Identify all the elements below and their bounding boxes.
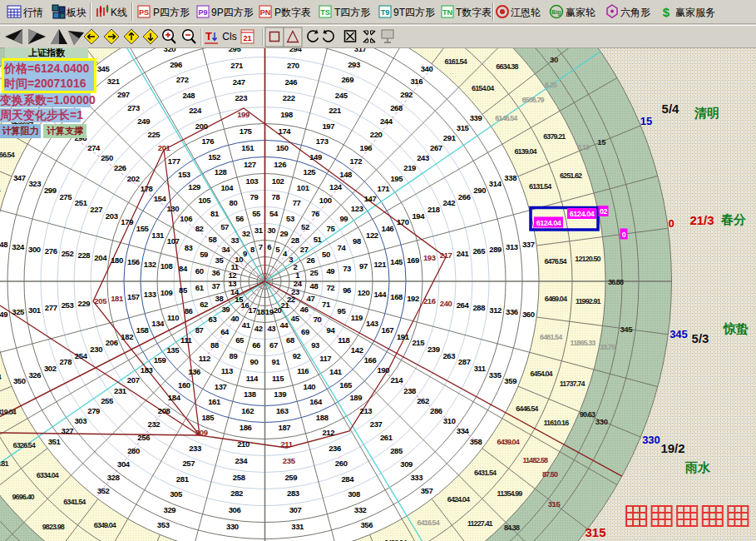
svg-text:161: 161 [208,397,221,406]
svg-text:251: 251 [75,198,88,207]
svg-text:167: 167 [382,325,394,335]
svg-text:359: 359 [504,376,516,385]
svg-text:170: 170 [397,217,409,226]
svg-text:25: 25 [310,268,319,277]
svg-text:6266.54: 6266.54 [0,151,15,159]
svg-text:139: 139 [274,390,286,399]
svg-text:162: 162 [241,406,254,415]
svg-text:11227.41: 11227.41 [467,519,493,528]
svg-text:128: 128 [215,167,227,176]
svg-text:204: 204 [94,253,107,262]
svg-text:60: 60 [195,266,204,275]
svg-text:9696.40: 9696.40 [12,493,34,501]
svg-text:275: 275 [59,192,72,201]
svg-text:157: 157 [127,292,140,301]
svg-text:227: 227 [90,205,102,214]
svg-text:136: 136 [188,367,200,376]
svg-text:129: 129 [188,182,200,191]
svg-text:259: 259 [284,473,297,482]
svg-text:345: 345 [97,64,111,73]
svg-text:229: 229 [78,299,91,308]
svg-text:6424.04: 6424.04 [447,495,470,504]
svg-text:200: 200 [195,122,208,131]
svg-text:26: 26 [307,256,315,265]
svg-text:6431.54: 6431.54 [474,469,497,477]
svg-text:116: 116 [297,366,309,375]
svg-text:247: 247 [233,77,245,87]
svg-text:311: 311 [474,364,487,373]
svg-text:260: 260 [335,459,348,468]
svg-text:63: 63 [209,315,217,324]
svg-text:261: 261 [380,433,393,442]
svg-text:265: 265 [472,246,486,256]
svg-text:PN: PN [260,8,271,17]
svg-text:241: 241 [457,249,470,258]
svg-text:202: 202 [127,174,140,183]
svg-text:243: 243 [417,153,429,162]
svg-text:149: 149 [309,152,322,161]
svg-text:290: 290 [473,186,486,195]
svg-text:176: 176 [201,136,214,146]
svg-text:277: 277 [45,303,57,312]
svg-text:87.50: 87.50 [542,470,558,479]
svg-text:57: 57 [220,222,229,231]
svg-text:233: 233 [189,444,201,453]
svg-text:244: 244 [380,117,393,126]
svg-text:46: 46 [300,305,309,314]
svg-text:324: 324 [12,242,25,251]
svg-text:187: 187 [279,423,291,432]
svg-text:21: 21 [243,34,251,42]
svg-text:193: 193 [423,253,436,262]
svg-text:172: 172 [349,156,362,166]
svg-text:138: 138 [244,390,256,399]
svg-text:152: 152 [208,152,220,161]
svg-text:147: 147 [364,194,377,203]
svg-text:49: 49 [326,266,334,275]
svg-text:15: 15 [597,137,606,146]
svg-text:78: 78 [272,192,280,201]
svg-text:339: 339 [470,113,482,122]
svg-text:113: 113 [221,366,233,375]
svg-text:101: 101 [297,183,310,192]
svg-text:91: 91 [272,357,281,366]
svg-text:44: 44 [279,320,289,330]
svg-text:192: 192 [407,294,419,303]
svg-text:11865.33: 11865.33 [571,339,596,347]
svg-text:348: 348 [0,240,7,249]
svg-text:148: 148 [339,170,352,179]
svg-text:84.38: 84.38 [504,524,520,532]
svg-text:305: 305 [170,489,183,499]
svg-text:82: 82 [195,224,204,233]
svg-text:132: 132 [144,260,156,269]
svg-text:73: 73 [343,264,351,273]
svg-text:185: 185 [201,413,215,422]
svg-text:330: 330 [226,522,239,531]
svg-text:328: 328 [107,473,120,482]
svg-text:135: 135 [166,345,180,355]
svg-text:80: 80 [230,198,238,207]
svg-text:338: 338 [504,173,516,182]
svg-text:39: 39 [221,305,230,314]
svg-text:90.63: 90.63 [580,410,595,419]
svg-text:118: 118 [338,335,349,345]
svg-text:52: 52 [301,222,309,231]
svg-text:T9: T9 [381,8,390,17]
svg-text:131: 131 [151,231,165,240]
svg-text:208: 208 [158,406,170,415]
svg-text:37: 37 [212,281,220,290]
svg-text:321: 321 [107,77,121,86]
svg-text:31: 31 [254,226,264,235]
svg-text:340: 340 [421,64,433,73]
svg-text:317: 317 [354,48,367,53]
svg-text:42: 42 [254,324,263,333]
svg-text:69: 69 [301,327,309,336]
svg-text:0: 0 [668,217,674,230]
svg-text:288: 288 [472,303,485,312]
svg-text:165: 165 [339,380,353,390]
svg-text:6.25: 6.25 [545,81,557,89]
svg-text:231: 231 [114,386,127,395]
svg-text:191: 191 [397,332,410,341]
svg-text:246: 246 [284,77,297,87]
svg-text:106: 106 [180,214,192,223]
svg-text:254: 254 [75,351,88,360]
